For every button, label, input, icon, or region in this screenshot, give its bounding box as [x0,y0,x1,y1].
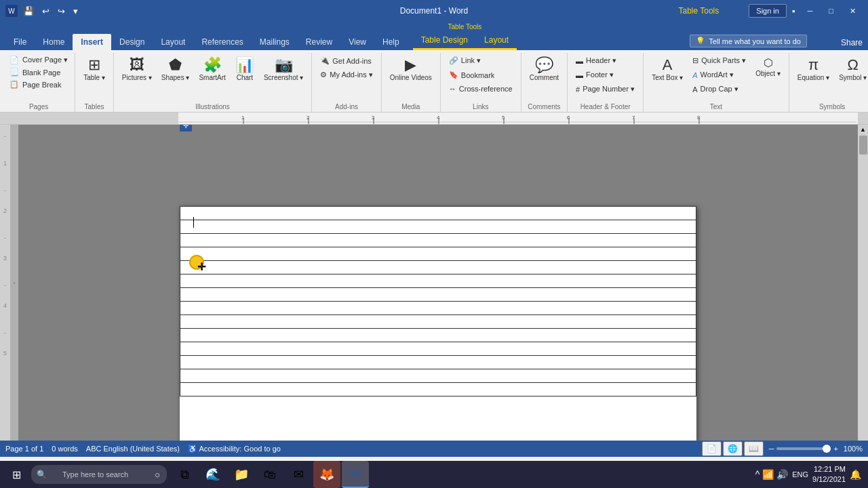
ribbon-search-box[interactable]: 💡 Tell me what you want to do [690,35,807,47]
redo-button[interactable]: ↪ [55,5,68,18]
maximize-button[interactable]: □ [822,4,840,18]
symbols-group-label: Symbols [793,102,868,112]
close-button[interactable]: ✕ [843,4,863,18]
footer-button[interactable]: ▬ Footer ▾ [572,68,639,81]
comment-icon: 💬 [535,58,553,73]
comment-button[interactable]: 💬 Comment [526,54,563,85]
contextual-group-label: Table Tools [413,22,517,32]
equation-button[interactable]: π Equation ▾ [793,54,833,85]
quick-parts-button[interactable]: ⊟ Quick Parts ▾ [688,54,750,67]
header-button[interactable]: ▬ Header ▾ [572,54,639,67]
table-move-handle[interactable]: ✛ [180,125,192,131]
link-button[interactable]: 🔗 Link ▾ [445,54,517,67]
save-button[interactable]: 💾 [20,5,37,18]
pictures-button[interactable]: 🖼 Pictures ▾ [118,54,156,85]
cross-reference-button[interactable]: ↔ Cross-reference [445,83,517,95]
minimize-button[interactable]: ─ [801,4,820,18]
zoom-thumb[interactable] [823,445,831,453]
contextual-tab-group: Table Tools Table Design Layout [413,22,517,50]
page-number-icon: # [576,85,580,94]
notification-button[interactable]: 🔔 [850,469,861,480]
document-page[interactable]: ✛ [180,206,696,441]
equation-label: Equation ▾ [797,74,829,81]
edge-icon[interactable]: 🌊 [199,461,226,488]
hidden-icons-button[interactable]: ^ [755,469,760,480]
zoom-level[interactable]: 100% [844,445,863,453]
quick-parts-label: Quick Parts ▾ [701,56,746,65]
task-view-button[interactable]: ⧉ [171,461,198,488]
taskbar-right: ^ 📶 🔊 ENG 12:21 PM 9/12/2021 🔔 [755,464,865,485]
language-indicator[interactable]: ABC English (United States) [86,445,180,453]
zoom-in-button[interactable]: + [833,445,837,453]
table-button[interactable]: ⊞ Table ▾ [79,54,109,85]
my-addins-button[interactable]: ⚙ My Add-ins ▾ [316,68,376,81]
share-button[interactable]: Share [841,38,863,47]
word-taskbar-icon[interactable]: W [342,461,369,488]
cover-page-button[interactable]: 📄 Cover Page ▾ [7,54,71,66]
drop-cap-icon: A [692,85,697,94]
get-addins-icon: 🔌 [320,56,330,65]
start-button[interactable]: ⊞ [3,461,30,488]
network-icon[interactable]: 📶 [762,469,774,480]
textbox-button[interactable]: A Text Box ▾ [648,54,687,85]
text-cursor [193,217,194,228]
ruler-svg: 1 2 3 4 5 6 7 8 [178,113,858,124]
object-button[interactable]: ⬡ Object ▾ [751,54,785,81]
mail-icon[interactable]: ✉ [285,461,312,488]
web-layout-button[interactable]: 🌐 [723,441,743,456]
online-videos-button[interactable]: ▶ Online Videos [386,54,436,85]
media-group-label: Media [386,102,436,112]
zoom-out-button[interactable]: ─ [769,445,774,453]
tab-table-design[interactable]: Table Design [413,32,476,48]
scroll-thumb[interactable] [859,136,867,155]
shapes-button[interactable]: ⬟ Shapes ▾ [157,54,194,85]
tab-references[interactable]: References [193,34,251,50]
chart-button[interactable]: 📊 Chart [231,54,258,85]
get-addins-button[interactable]: 🔌 Get Add-ins [316,54,376,67]
document-table[interactable] [180,206,696,396]
tab-file[interactable]: File [5,34,35,50]
drop-cap-button[interactable]: A Drop Cap ▾ [688,83,750,96]
tables-buttons: ⊞ Table ▾ [79,53,109,102]
document-area: - 1 - 2 - 3 - 4 - 5 ‹ ✛ ✛ [0,125,868,441]
tab-layout[interactable]: Layout [153,34,193,50]
smartart-button[interactable]: 🧩 SmartArt [195,54,229,85]
symbol-button[interactable]: Ω Symbol ▾ [835,54,868,85]
undo-button[interactable]: ↩ [39,5,52,18]
firefox-icon[interactable]: 🦊 [313,461,340,488]
vertical-scrollbar[interactable]: ▲ [858,125,868,441]
tab-mailings[interactable]: Mailings [252,34,298,50]
page-number-button[interactable]: # Page Number ▾ [572,83,639,96]
page-break-button[interactable]: 📋 Page Break [7,79,71,90]
zoom-track[interactable] [776,447,831,450]
read-mode-button[interactable]: 📖 [744,441,764,456]
screenshot-button[interactable]: 📷 Screenshot ▾ [260,54,307,85]
scroll-up-button[interactable]: ▲ [860,126,866,133]
bookmark-button[interactable]: 🔖 Bookmark [445,68,517,81]
tab-view[interactable]: View [340,34,374,50]
customize-qat-button[interactable]: ▾ [71,5,81,18]
tab-design[interactable]: Design [111,34,153,50]
tab-table-layout[interactable]: Layout [476,32,517,48]
sign-in-button[interactable]: Sign in [749,4,787,18]
contextual-tabs: Table Design Layout [413,32,517,48]
tab-insert[interactable]: Insert [73,34,111,50]
file-explorer-icon[interactable]: 📁 [228,461,255,488]
comment-label: Comment [530,74,559,81]
page-scroll-area[interactable]: ✛ ✛ [18,125,858,441]
tab-review[interactable]: Review [298,34,340,50]
volume-icon[interactable]: 🔊 [776,469,788,480]
header-footer-group-label: Header & Footer [572,102,639,112]
tab-home[interactable]: Home [35,34,73,50]
wordart-button[interactable]: A WordArt ▾ [688,68,750,81]
taskbar-search[interactable]: 🔍 Type here to search ○ [31,465,167,484]
taskbar-clock[interactable]: 12:21 PM 9/12/2021 [812,464,846,485]
store-icon[interactable]: 🛍 [256,461,283,488]
tab-help[interactable]: Help [374,34,408,50]
status-bar-right: 📄 🌐 📖 ─ + 100% [702,441,863,456]
blank-page-button[interactable]: 📃 Blank Page [7,66,71,78]
ribbon-display-button[interactable]: ▪ [789,5,798,18]
accessibility-status[interactable]: ♿ Accessibility: Good to go [188,445,281,453]
zoom-control[interactable]: ─ + [769,445,838,453]
print-layout-button[interactable]: 📄 [702,441,722,456]
